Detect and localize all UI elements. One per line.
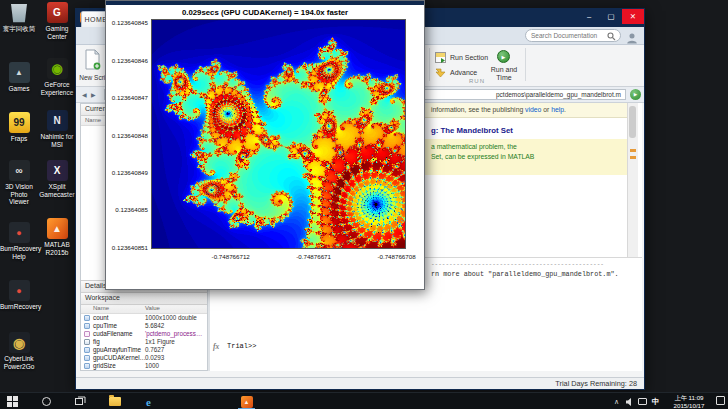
workspace-row[interactable]: count 1000x1000 double [81, 314, 207, 322]
network-icon[interactable] [636, 395, 649, 408]
desktop-icon-label: CyberLink Power2Go [0, 355, 38, 370]
desktop-icon-geforce[interactable]: GeForce Experience [38, 58, 76, 96]
games-icon [9, 62, 30, 83]
desktop-icon-gaming-center[interactable]: Gaming Center [38, 2, 76, 40]
xsplit-icon [47, 160, 68, 181]
desktop-icon-label: Gaming Center [38, 25, 76, 40]
run-and-time-label[interactable]: Run and [482, 66, 526, 73]
desktop-icon-label: Games [0, 85, 38, 93]
desktop-icon-nahimic[interactable]: Nahimic for MSI [38, 110, 76, 148]
help-link[interactable]: help [551, 106, 564, 113]
ribbon-divider [429, 48, 430, 81]
taskbar-clock[interactable]: 上午 11:09 2015/10/17 [664, 394, 714, 409]
desktop-icon-burnrecovery-help[interactable]: BurnRecovery Help [0, 222, 38, 260]
run-and-time-icon[interactable] [497, 50, 510, 63]
workspace-row[interactable]: cpuTime 5.6842 [81, 322, 207, 330]
workspace-row[interactable]: gpuCUDAKernel… 0.0293 [81, 354, 207, 362]
editor-comment-line: a mathematical problem, the [431, 143, 517, 150]
run-file-icon[interactable] [630, 89, 641, 100]
y-tick-label: 0.12364085 [106, 206, 148, 213]
desktop-icon-fraps[interactable]: Fraps [0, 112, 38, 143]
file-explorer-button[interactable] [108, 395, 121, 408]
burnrecovery-help-icon [9, 222, 30, 243]
search-taskbar-button[interactable] [40, 395, 53, 408]
desktop-icon-label: 3D Vision Photo Viewer [0, 183, 38, 206]
desktop-icon-burnrecovery[interactable]: BurnRecovery [0, 280, 38, 311]
search-input[interactable] [531, 30, 609, 41]
maximize-button[interactable]: ▢ [600, 9, 622, 24]
forward-icon[interactable]: ▶ [91, 91, 96, 98]
cortana-icon [42, 397, 51, 406]
fraps-icon [9, 112, 30, 133]
user-account-icon[interactable] [626, 30, 638, 42]
nahimic-icon [47, 110, 68, 131]
minimize-button[interactable]: – [578, 9, 600, 24]
matlab-icon [241, 396, 253, 408]
y-tick-label: 0.123640851 [106, 244, 148, 251]
clock-time: 上午 11:09 [664, 394, 714, 402]
y-tick-label: 0.123640849 [106, 169, 148, 176]
matlab-taskbar-button[interactable] [240, 395, 253, 408]
editor-marker[interactable] [630, 156, 636, 159]
3d-vision-icon [9, 160, 30, 181]
workspace-name-column: Name [93, 305, 109, 311]
editor-scrollbar-thumb[interactable] [629, 106, 636, 138]
matlab-icon [47, 218, 68, 239]
run-section-label[interactable]: Run Section [450, 54, 488, 61]
back-icon[interactable]: ◀ [82, 91, 87, 98]
variable-name: gpuCUDAKernel… [93, 354, 146, 361]
variable-value: 1000x1000 double [145, 314, 197, 321]
y-tick-label: 0.123640845 [106, 19, 148, 26]
recycle-bin-icon [9, 2, 30, 23]
mandelbrot-plot [151, 19, 406, 249]
desktop-icon-label: Fraps [0, 135, 38, 143]
search-documentation-box[interactable] [525, 29, 621, 42]
command-prompt[interactable]: Trial>> [227, 342, 256, 350]
desktop-icon-matlab[interactable]: MATLAB R2015b [38, 218, 76, 256]
ime-indicator[interactable]: 中 [649, 395, 662, 408]
workspace-column-headers[interactable]: Name Value [81, 305, 207, 314]
char-variable-icon [84, 331, 90, 337]
workspace-header[interactable]: Workspace [81, 293, 207, 305]
workspace-row[interactable]: gridSize 1000 [81, 362, 207, 370]
numeric-variable-icon [84, 315, 90, 321]
task-view-button[interactable] [74, 395, 87, 408]
edge-browser-button[interactable]: e [142, 395, 155, 408]
close-button[interactable]: ✕ [622, 9, 644, 24]
desktop-icon-3d-vision[interactable]: 3D Vision Photo Viewer [0, 160, 38, 206]
advance-icon[interactable] [435, 67, 446, 78]
volume-icon[interactable] [623, 395, 636, 408]
clock-date: 2015/10/17 [664, 402, 714, 409]
new-script-icon[interactable] [84, 49, 102, 71]
run-section-icon[interactable] [435, 52, 446, 63]
variable-value: 0.7627 [145, 346, 164, 353]
workspace-row[interactable]: gpuArrayfunTime 0.7627 [81, 346, 207, 354]
variable-name: cudaFilename [93, 330, 133, 337]
fx-hint-icon[interactable]: fx [213, 342, 219, 351]
ribbon-divider [525, 48, 526, 81]
editor-marker[interactable] [630, 149, 636, 152]
command-output-line: rn more about "paralleldemo_gpu_mandelbr… [431, 270, 619, 278]
figure-titlebar[interactable] [106, 1, 424, 5]
desktop-icon-label: BurnRecovery [0, 303, 38, 311]
variable-name: gpuArrayfunTime [93, 346, 141, 353]
workspace-row[interactable]: fig 1x1 Figure [81, 338, 207, 346]
desktop-icon-xsplit[interactable]: XSplit Gamecaster [38, 160, 76, 198]
desktop-icon-label: 寰宇回收筒 [0, 25, 38, 33]
notification-center-icon[interactable] [716, 396, 725, 405]
tray-expand-icon[interactable]: ∧ [610, 395, 623, 408]
desktop-icon-power2go[interactable]: CyberLink Power2Go [0, 332, 38, 370]
workspace-value-column: Value [145, 305, 160, 311]
numeric-variable-icon [84, 355, 90, 361]
video-link[interactable]: video [525, 106, 541, 113]
y-tick-label: 0.123640846 [106, 57, 148, 64]
advance-label[interactable]: Advance [450, 69, 477, 76]
start-button[interactable] [6, 395, 19, 408]
variable-value: 1x1 Figure [145, 338, 175, 345]
workspace-row[interactable]: cudaFilename 'pctdemo_process… [81, 330, 207, 338]
burnrecovery-icon [9, 280, 30, 301]
desktop-icon-label: GeForce Experience [38, 81, 76, 96]
variable-name: fig [93, 338, 100, 345]
desktop-icon-recycle-bin[interactable]: 寰宇回收筒 [0, 2, 38, 33]
desktop-icon-games[interactable]: Games [0, 62, 38, 93]
